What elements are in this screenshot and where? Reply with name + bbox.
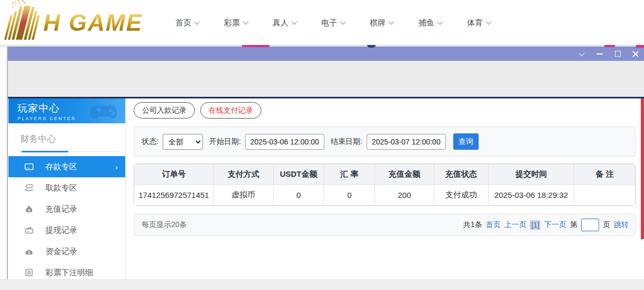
chevron-down-icon [340, 19, 346, 25]
table-header-row: 订单号 支付方式 USDT金额 汇 率 充值金额 充值状态 提交时间 备 注 [134, 164, 635, 185]
sidebar-item-recharge-records[interactable]: ¥ 充值记录 [8, 198, 125, 220]
status-select[interactable]: 全部 [163, 134, 203, 150]
nav-item-label: 彩票 [224, 18, 240, 28]
goto-page-link[interactable]: 跳转 [614, 220, 629, 230]
col-payment-method: 支付方式 [214, 164, 274, 185]
window-dropdown-button[interactable] [577, 50, 586, 58]
cell-order-id: 1741256972571451 [134, 185, 214, 205]
filter-panel: 状态: 全部 开始日期: 结束日期: 查询 [134, 126, 636, 157]
gamepad-icon [89, 101, 120, 121]
window-maximize-button[interactable] [613, 50, 622, 58]
nav-item-live[interactable]: 真人 [273, 18, 296, 28]
cell-recharge-status: 支付成功 [434, 185, 489, 205]
bet-list-icon [24, 268, 34, 277]
start-date-label: 开始日期: [209, 137, 241, 147]
sidebar-item-label: 彩票下注明细 [45, 268, 93, 278]
cell-payment-method: 虚拟币 [214, 185, 274, 205]
chevron-down-icon [578, 50, 584, 56]
goto-page-suffix: 页 [603, 220, 610, 230]
next-page-link[interactable]: 下一页 [544, 220, 566, 230]
end-date-input[interactable] [367, 134, 446, 150]
svg-text:$: $ [28, 251, 30, 255]
window-minimize-button[interactable] [595, 50, 604, 58]
col-recharge-amount: 充值金额 [375, 164, 434, 185]
background-artifact [636, 45, 644, 48]
site-nav: H GAME 首页 彩票 真人 电子 棋牌 捕鱼 体育 [0, 0, 644, 46]
goto-page-prefix: 第 [570, 220, 577, 230]
nav-item-home[interactable]: 首页 [175, 18, 199, 28]
chevron-down-icon [291, 19, 297, 25]
col-submit-time: 提交时间 [489, 164, 575, 185]
chevron-right-icon: › [115, 162, 118, 171]
withdraw-hand-icon [24, 183, 34, 193]
window-close-button[interactable] [631, 50, 640, 58]
sidebar-item-deposit-zone[interactable]: 存款专区 › [8, 156, 125, 177]
prev-page-link[interactable]: 上一页 [504, 220, 526, 230]
sidebar-item-label: 提现记录 [45, 225, 77, 235]
finance-center-label: 财务中心 [20, 133, 125, 145]
sidebar-item-funds-records[interactable]: $ 资金记录 [8, 241, 125, 262]
background-artifact [242, 45, 269, 47]
nav-item-sports[interactable]: 体育 [467, 18, 491, 28]
tab-company-deposit-records[interactable]: 公司入款记录 [134, 102, 195, 119]
sidebar-section: 财务中心 [8, 123, 125, 145]
nav-item-label: 体育 [467, 18, 483, 28]
nav-item-boardgames[interactable]: 棋牌 [370, 18, 394, 28]
record-tabs: 公司入款记录 在线支付记录 [134, 102, 262, 119]
cell-remark [574, 185, 635, 205]
cell-usdt-amount: 0 [274, 185, 324, 205]
chevron-down-icon [486, 19, 491, 25]
nav-item-label: 首页 [175, 18, 191, 28]
nav-item-fishing[interactable]: 捕鱼 [418, 18, 442, 28]
sidebar-item-withdrawal-records[interactable]: 提现记录 [8, 220, 125, 241]
site-logo[interactable]: H GAME [8, 4, 143, 41]
cell-recharge-amount: 200 [375, 185, 434, 205]
right-edge-red-strip [641, 98, 644, 239]
nav-item-lottery[interactable]: 彩票 [224, 18, 248, 28]
end-date-label: 结束日期: [331, 137, 362, 147]
sidebar-item-label: 存款专区 [45, 162, 77, 172]
logo-dots-decoration [12, 3, 13, 4]
minimize-icon [596, 53, 603, 55]
wallet-icon [24, 225, 34, 235]
chevron-down-icon [388, 19, 394, 25]
chevron-down-icon [194, 19, 200, 25]
first-page-link[interactable]: 首页 [486, 220, 500, 230]
chevron-down-icon [242, 19, 248, 25]
close-icon [632, 51, 639, 57]
nav-item-slots[interactable]: 电子 [321, 18, 345, 28]
nav-item-label: 捕鱼 [418, 18, 434, 28]
sidebar-menu: 存款专区 › 取款专区 ¥ 充值记录 提现记录 $ 资金记录 [8, 156, 125, 283]
page-size-text: 每页显示20条 [142, 220, 187, 230]
sidebar-banner: 玩家中心 PLAYERS CENTER [8, 98, 125, 123]
maximize-icon [615, 51, 621, 57]
sidebar-item-withdraw-zone[interactable]: 取款专区 [8, 177, 125, 198]
nav-item-label: 真人 [273, 18, 288, 28]
section-divider [20, 151, 118, 152]
col-order-id: 订单号 [134, 164, 214, 185]
window-gray-area [8, 61, 644, 97]
sidebar-item-label: 取款专区 [45, 183, 77, 193]
logo-bars-decoration [4, 6, 42, 40]
nav-item-label: 棋牌 [370, 18, 386, 28]
window-titlebar[interactable] [8, 47, 644, 61]
status-label: 状态: [142, 137, 158, 147]
records-table: 订单号 支付方式 USDT金额 汇 率 充值金额 充值状态 提交时间 备 注 1… [134, 164, 636, 206]
deposit-card-icon [24, 162, 34, 171]
sidebar: 玩家中心 PLAYERS CENTER 财务中心 存款专区 › 取款专区 [8, 98, 126, 279]
table-row: 1741256972571451 虚拟币 0 0 200 支付成功 2025-0… [134, 185, 635, 205]
funds-icon: $ [24, 247, 34, 256]
goto-page-input[interactable] [581, 219, 599, 231]
col-recharge-status: 充值状态 [434, 164, 489, 185]
search-button[interactable]: 查询 [453, 133, 479, 150]
col-remark: 备 注 [574, 164, 635, 185]
sidebar-item-label: 充值记录 [45, 204, 77, 214]
current-page-indicator: [1] [530, 220, 540, 230]
start-date-input[interactable] [245, 134, 324, 150]
cell-exchange-rate: 0 [324, 185, 375, 205]
tab-online-payment-records[interactable]: 在线支付记录 [200, 102, 262, 119]
sidebar-item-lottery-bet-details[interactable]: 彩票下注明细 [8, 262, 125, 283]
logo-text: H GAME [43, 11, 143, 34]
col-usdt-amount: USDT金额 [274, 164, 324, 185]
money-bag-icon: ¥ [24, 204, 34, 214]
